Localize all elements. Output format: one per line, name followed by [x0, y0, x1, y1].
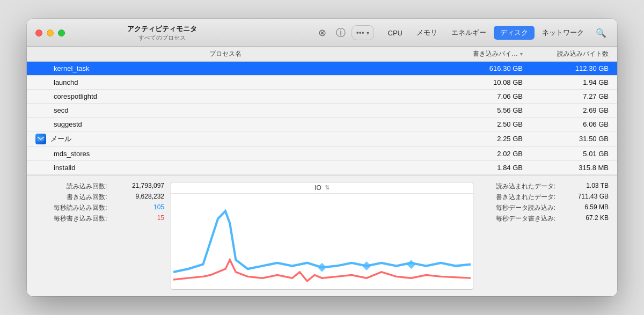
cell-write-bytes: 7.06 GB: [424, 90, 531, 102]
action-button[interactable]: ••• ▾: [352, 25, 374, 40]
chart-header: IO ⇅: [171, 182, 473, 194]
table-row[interactable]: corespotlightd 7.06 GB 7.27 GB: [27, 90, 617, 104]
close-button[interactable]: [35, 30, 42, 36]
cell-process-name: kernel_task: [27, 62, 424, 75]
stat-label-writes-per-sec: 毎秒書き込み回数:: [35, 214, 107, 223]
cell-read-bytes: 112.30 GB: [531, 62, 617, 75]
title-block: アクティビティモニタ すべてのプロセス: [74, 24, 251, 42]
tab-network[interactable]: ネットワーク: [536, 26, 590, 40]
cell-read-bytes: 7.27 GB: [531, 90, 617, 102]
cell-read-bytes: 315.8 MB: [531, 162, 617, 174]
stop-button[interactable]: ⊗: [315, 25, 330, 40]
stat-value-data-read: 1.03 TB: [562, 182, 609, 191]
window-title: アクティビティモニタ: [127, 24, 197, 34]
stat-label-data-written: 書き込まれたデータ:: [480, 193, 555, 202]
table-row[interactable]: secd 5.56 GB 2.69 GB: [27, 104, 617, 118]
sort-chevron-icon: ▾: [520, 51, 523, 57]
cell-write-bytes: 616.30 GB: [424, 62, 531, 75]
cell-process-name: mds_stores: [27, 148, 424, 160]
stat-label-data-read: 読み込まれたデータ:: [480, 182, 555, 191]
maximize-button[interactable]: [58, 30, 65, 36]
cell-process-name: launchd: [27, 76, 424, 89]
tab-energy[interactable]: エネルギー: [445, 26, 493, 40]
window-subtitle: すべてのプロセス: [138, 34, 186, 42]
stat-value-data-written: 711.43 GB: [562, 193, 609, 202]
cell-process-name: メール: [27, 131, 424, 146]
cell-write-bytes: 10.08 GB: [424, 76, 531, 89]
col-process-header: プロセス名: [27, 47, 424, 61]
svg-marker-2: [362, 261, 371, 270]
action-dots: •••: [356, 28, 364, 37]
process-table: kernel_task 616.30 GB 112.30 GB launchd …: [27, 62, 617, 175]
table-row[interactable]: launchd 10.08 GB 1.94 GB: [27, 76, 617, 90]
bottom-panel: 読み込み回数: 21,793,097 書き込み回数: 9,628,232 毎秒読…: [27, 175, 617, 296]
cell-process-name: secd: [27, 104, 424, 116]
stat-value-writes-per-sec: 15: [114, 214, 164, 223]
cell-write-bytes: 2.25 GB: [424, 133, 531, 145]
stat-value-data-write-per-sec: 67.2 KB: [562, 214, 609, 223]
chart-label: IO: [314, 184, 321, 192]
col-read-header: 読み込みバイト数: [531, 47, 617, 61]
stats-right: 読み込まれたデータ: 1.03 TB 書き込まれたデータ: 711.43 GB …: [480, 182, 609, 290]
search-button[interactable]: 🔍: [594, 25, 609, 40]
cell-read-bytes: 1.94 GB: [531, 76, 617, 89]
stat-label-reads-per-sec: 毎秒読み込み回数:: [35, 203, 107, 213]
stat-value-write-count: 9,628,232: [114, 193, 164, 202]
titlebar: アクティビティモニタ すべてのプロセス ⊗ ⓘ ••• ▾ CPU メモリ エネ…: [27, 19, 617, 47]
stat-value-read-count: 21,793,097: [114, 182, 164, 191]
svg-marker-1: [318, 263, 327, 272]
main-window: アクティビティモニタ すべてのプロセス ⊗ ⓘ ••• ▾ CPU メモリ エネ…: [27, 19, 617, 296]
action-chevron: ▾: [367, 30, 369, 36]
table-row[interactable]: メール 2.25 GB 31.50 GB: [27, 131, 617, 147]
io-chart: IO ⇅: [171, 182, 473, 290]
stat-value-reads-per-sec: 105: [114, 203, 164, 213]
svg-marker-3: [407, 260, 416, 269]
cell-write-bytes: 2.02 GB: [424, 148, 531, 160]
table-row[interactable]: mds_stores 2.02 GB 5.01 GB: [27, 147, 617, 161]
toolbar-right: ⊗ ⓘ ••• ▾ CPU メモリ エネルギー ディスク ネットワーク 🔍: [315, 25, 609, 40]
cell-process-name: installd: [27, 162, 424, 174]
table-row[interactable]: installd 1.84 GB 315.8 MB: [27, 161, 617, 175]
stats-left: 読み込み回数: 21,793,097 書き込み回数: 9,628,232 毎秒読…: [35, 182, 164, 290]
cell-process-name: suggestd: [27, 118, 424, 130]
tabs-area: CPU メモリ エネルギー ディスク ネットワーク: [382, 26, 590, 40]
cell-write-bytes: 5.56 GB: [424, 104, 531, 116]
cell-read-bytes: 31.50 GB: [531, 133, 617, 145]
cell-read-bytes: 5.01 GB: [531, 148, 617, 160]
table-row[interactable]: suggestd 2.50 GB 6.06 GB: [27, 118, 617, 131]
mail-app-icon: [35, 134, 46, 144]
chart-selector-icon[interactable]: ⇅: [325, 184, 330, 191]
cell-write-bytes: 2.50 GB: [424, 118, 531, 130]
cell-read-bytes: 2.69 GB: [531, 104, 617, 116]
tab-disk[interactable]: ディスク: [494, 26, 535, 40]
minimize-button[interactable]: [47, 30, 54, 36]
tab-cpu[interactable]: CPU: [382, 27, 409, 39]
column-header: プロセス名 書き込みバイ… ▾ 読み込みバイト数: [27, 47, 617, 62]
stat-label-read-count: 読み込み回数:: [35, 182, 107, 191]
col-write-header[interactable]: 書き込みバイ… ▾: [424, 47, 531, 61]
cell-read-bytes: 6.06 GB: [531, 118, 617, 130]
cell-process-name: corespotlightd: [27, 90, 424, 102]
stat-label-data-read-per-sec: 毎秒データ読み込み:: [480, 203, 555, 213]
cell-write-bytes: 1.84 GB: [424, 162, 531, 174]
stat-label-data-write-per-sec: 毎秒データ書き込み:: [480, 214, 555, 223]
info-button[interactable]: ⓘ: [333, 25, 348, 40]
stat-label-write-count: 書き込み回数:: [35, 193, 107, 202]
traffic-lights: [35, 30, 65, 36]
chart-body: [171, 194, 473, 289]
tab-memory[interactable]: メモリ: [410, 26, 444, 40]
stat-value-data-read-per-sec: 6.59 MB: [562, 203, 609, 213]
table-row[interactable]: kernel_task 616.30 GB 112.30 GB: [27, 62, 617, 76]
